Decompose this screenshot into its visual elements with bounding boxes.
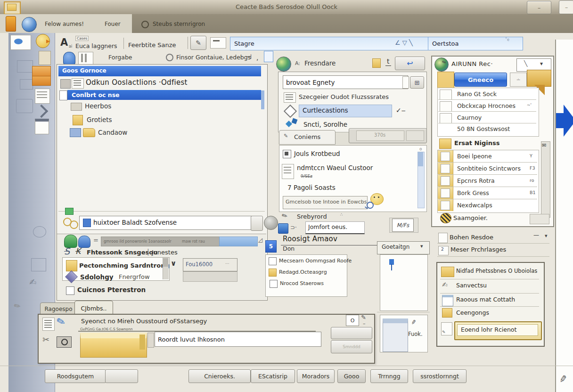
tree-item-candaow[interactable]: Candaow — [98, 129, 127, 136]
don-label[interactable]: Don — [283, 245, 295, 252]
bottom-button-trrnngg[interactable]: Trrnngg — [370, 369, 408, 383]
middle-row3-label[interactable]: Srebyrord — [297, 213, 327, 220]
checklist-checkbox-1[interactable] — [269, 257, 277, 265]
bottom-button-moradors[interactable]: Moradors — [297, 369, 335, 383]
dialog-input[interactable]: Roordt luvut lhkosnon — [155, 332, 321, 347]
dialog-gray-button-2[interactable]: Smnddd — [331, 340, 372, 353]
left-search-button[interactable] — [251, 216, 263, 231]
listbox-scroll-thumb[interactable] — [163, 258, 168, 267]
list-panel-icon[interactable] — [35, 89, 50, 104]
right-box-item-1[interactable]: Sanvectsu — [456, 282, 487, 289]
middle-list-item3[interactable]: 7 Pagoli Soasts — [287, 184, 336, 191]
tree-item-grotiets[interactable]: Grotiets — [87, 116, 112, 123]
toolbar-row2-label1[interactable]: Forgabe — [108, 54, 132, 61]
right-mid2-label[interactable]: Meser Prchrlasges — [450, 246, 506, 253]
right-mid1-label[interactable]: Bohen Resdoe — [450, 234, 493, 241]
bottom-left-checkbox[interactable] — [66, 286, 74, 295]
pen-tool-icon: ✎ — [196, 39, 201, 47]
right-row-3[interactable]: Epcnrs Rotra — [457, 177, 495, 184]
dialog-tab-active[interactable]: CJbmbs.. — [74, 301, 113, 315]
toolbar-group1-label[interactable]: Euca laggners — [75, 42, 117, 49]
search-bar-icons[interactable]: ∠ ▽ ╲ — [395, 39, 413, 46]
middle-input[interactable]: brovoat Egnety — [283, 75, 408, 89]
strip-label[interactable]: Steubs sternrigron — [153, 21, 205, 27]
bottom-button-roodsgutem[interactable]: Roodsgutem — [45, 369, 106, 383]
gneeco-button[interactable]: Gneeco — [454, 73, 507, 87]
middle-gray-button-stub[interactable] — [406, 131, 424, 141]
person-blue-icon[interactable] — [63, 52, 75, 65]
checklist-item-2[interactable]: Redagd.Octeasgrg — [279, 269, 327, 275]
superset-glyph: ⊃· — [290, 224, 297, 231]
middle-row2-label[interactable]: Sncti, Sorolhe — [303, 121, 347, 128]
bottom-button-gooo[interactable]: Gooo — [337, 369, 366, 383]
middle-row1-label[interactable]: Szecgeier Oudot Fluzsssrates — [299, 93, 389, 100]
right-row-4[interactable]: Bork Gress — [457, 189, 489, 196]
floppy-icon[interactable] — [35, 119, 49, 134]
question-corner-mark: ˚e — [505, 38, 509, 42]
mini-tab[interactable]: ∸ — [510, 73, 527, 87]
flag-box-icon[interactable] — [210, 37, 226, 49]
grid-icon-lines — [74, 80, 81, 81]
font-tool-glyph[interactable]: A — [60, 37, 68, 48]
checklist-item-3[interactable]: Nrocod Staerows — [280, 280, 324, 286]
card-row-1[interactable]: Rano Gt Sock — [457, 90, 497, 98]
card-div-3 — [438, 123, 536, 123]
mfs-button[interactable]: M/Fs — [392, 219, 414, 232]
mini-panel-icon[interactable] — [39, 51, 51, 65]
middle-grid-button[interactable]: ⊞ — [410, 76, 424, 89]
card-icon-3 — [440, 113, 452, 123]
tab-felow[interactable]: Felow aumes! — [45, 21, 84, 27]
bottom-left-label2[interactable]: Jonestes — [152, 249, 178, 256]
card-row-2[interactable]: Obckxcap Hrocnoes — [457, 102, 516, 109]
checklist-checkbox-3[interactable] — [270, 280, 278, 288]
grid-doc-icon[interactable] — [78, 52, 93, 65]
small-blue-box-icon[interactable] — [264, 51, 273, 62]
tree-item-heerbos[interactable]: Heerbos — [85, 102, 111, 110]
left-scroll-nub[interactable] — [261, 90, 264, 109]
orange-folder-icon-2[interactable] — [32, 76, 51, 86]
dialog-gray-button-1[interactable] — [331, 327, 372, 339]
right-footer-label[interactable]: Saamgoier. — [453, 214, 488, 221]
toolbar-row2-label2[interactable]: Finsor Gontaiue, Ledebgs — [176, 54, 251, 61]
listbox-item[interactable]: Pectonchming Sardntrong — [79, 262, 170, 269]
envelope-icon: ✉ — [542, 142, 546, 148]
right-box-item-2[interactable]: Raoous mat Cottath — [456, 296, 515, 303]
box-title-icon — [441, 267, 454, 277]
right-footer-button[interactable] — [530, 214, 549, 224]
middle-list-item1[interactable]: Jouls Krotbeud — [294, 150, 340, 157]
bottom-button-blank[interactable] — [105, 369, 138, 383]
orange-folder-icon[interactable] — [32, 66, 51, 76]
middle-list-item2[interactable]: ndmtccn Waeul Custoor — [297, 164, 373, 172]
middle-scroll-thumb[interactable] — [418, 152, 423, 166]
toolbar-group2-label[interactable]: Feerbtite Sanze — [128, 41, 176, 49]
contents-tab-icon: ✎ — [284, 133, 288, 139]
middle-header-button[interactable]: ↩ — [395, 57, 425, 70]
middle-header-label[interactable]: Fresndare — [304, 59, 336, 67]
right-box-item-3[interactable]: Ceengongs — [456, 309, 489, 316]
dialog-o-button[interactable]: O — [346, 315, 359, 326]
close-button[interactable]: – — [559, 0, 573, 14]
bottom-button-cnieroeks[interactable]: Cnieroeks. — [188, 369, 251, 383]
bottom-left-checkbox-label[interactable]: Cuicnos Pterestron — [77, 286, 146, 294]
bottle-icon — [6, 16, 16, 32]
checklist-item-1[interactable]: Mecsearn Oommgsad Roofe — [279, 258, 352, 264]
sphere-gray-icon[interactable] — [264, 216, 278, 230]
right-row-4-value: B1 — [530, 190, 536, 195]
tab-fouer[interactable]: Fouer — [105, 21, 121, 27]
bottom-button-escatisrip[interactable]: EScatisrip — [251, 369, 295, 383]
bottom-left-label3[interactable]: Sdolohgy — [80, 273, 114, 281]
bottom-left-label4[interactable]: Fnergrfow — [119, 273, 150, 280]
left-panel-top-row[interactable]: Odkun Ooslactlions ·Odfiest — [86, 78, 188, 87]
card-row-4[interactable]: 50 8N Gostswsost — [457, 125, 510, 132]
font-tool-sub: ai — [69, 44, 72, 49]
right-row-2[interactable]: Sonbtiteio Scintcwors — [457, 165, 521, 172]
card-row-3[interactable]: Caurnoy — [457, 114, 482, 121]
middle-input-step[interactable] — [402, 76, 409, 89]
dialog-folder-swatch[interactable] — [80, 333, 147, 358]
right-scrollbar[interactable] — [541, 141, 550, 218]
pen-tool-button[interactable]: ✎ — [190, 36, 206, 50]
right-row-1[interactable]: Boei lpeone — [457, 153, 492, 160]
bottom-button-ssrostlornngt[interactable]: ssrostlornngt — [413, 369, 467, 383]
right-row-5[interactable]: Nexdwcalps — [457, 202, 492, 209]
minimize-button[interactable]: – — [527, 1, 551, 14]
